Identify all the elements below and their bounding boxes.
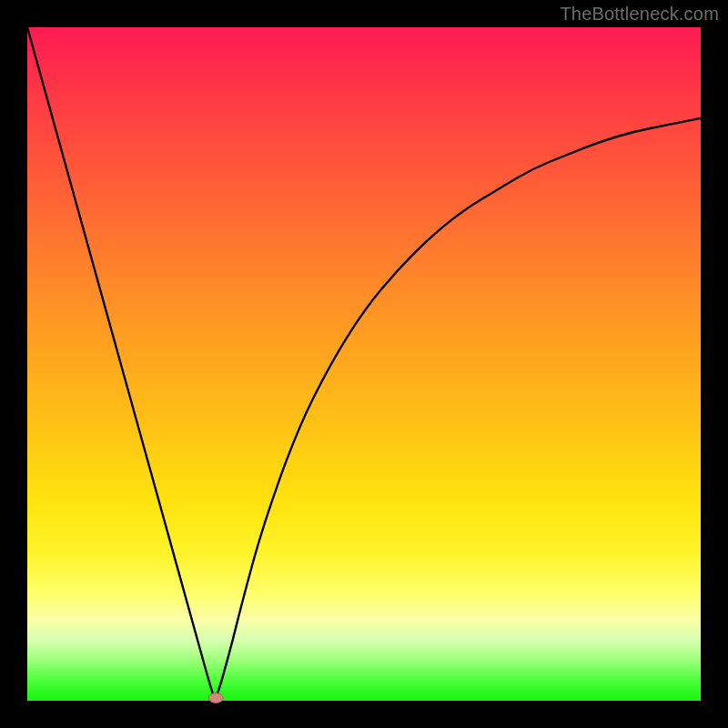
chart-frame: TheBottleneck.com (0, 0, 728, 728)
curve-line (27, 27, 701, 698)
plot-area (27, 27, 701, 701)
minimum-marker (208, 693, 223, 703)
watermark-text: TheBottleneck.com (560, 4, 719, 25)
chart-svg (27, 27, 701, 701)
